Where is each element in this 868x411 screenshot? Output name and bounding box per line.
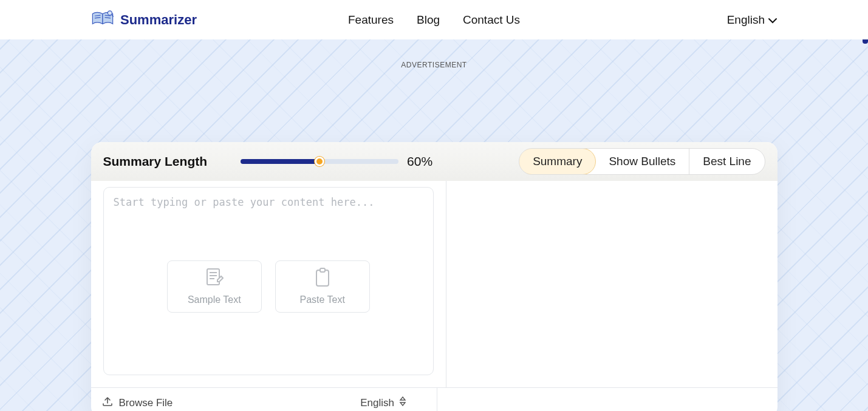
mode-tabs: Summary Show Bullets Best Line xyxy=(519,148,765,175)
sample-text-label: Sample Text xyxy=(188,294,241,305)
tab-show-bullets[interactable]: Show Bullets xyxy=(595,149,689,174)
chevron-down-icon xyxy=(768,13,777,27)
paste-text-label: Paste Text xyxy=(300,294,345,305)
brand-name: Summarizer xyxy=(120,12,197,28)
sort-icon xyxy=(399,396,406,409)
output-pane xyxy=(446,181,777,387)
slider-thumb[interactable] xyxy=(315,157,324,166)
nav-contact[interactable]: Contact Us xyxy=(463,13,520,27)
brand-book-icon xyxy=(91,10,114,30)
browse-file-label: Browse File xyxy=(119,397,173,409)
svg-rect-6 xyxy=(207,269,219,285)
svg-rect-11 xyxy=(320,268,325,272)
nav-blog[interactable]: Blog xyxy=(417,13,440,27)
summarizer-card: Summary Length 60% Summary Show Bullets … xyxy=(91,142,777,411)
language-selector-bottom[interactable]: English xyxy=(360,396,406,409)
top-navbar: Summarizer Features Blog Contact Us Engl… xyxy=(0,0,868,39)
language-selector-label: English xyxy=(727,13,765,27)
tab-summary[interactable]: Summary xyxy=(519,148,596,175)
card-controls-row: Summary Length 60% Summary Show Bullets … xyxy=(91,142,777,181)
nav-features[interactable]: Features xyxy=(348,13,394,27)
language-bottom-label: English xyxy=(360,397,394,409)
input-pane: Sample Text Paste Text xyxy=(91,181,447,387)
input-helpers: Sample Text Paste Text xyxy=(104,260,434,313)
clipboard-icon xyxy=(313,268,332,290)
language-selector-top[interactable]: English xyxy=(727,13,777,27)
browse-file-button[interactable]: Browse File xyxy=(102,396,173,410)
document-pencil-icon xyxy=(205,268,224,290)
slider-fill xyxy=(241,159,320,164)
summary-length-slider-wrap: 60% xyxy=(241,154,432,169)
summary-length-label: Summary Length xyxy=(103,154,208,169)
brand[interactable]: Summarizer xyxy=(91,10,197,30)
advertisement-label: ADVERTISEMENT xyxy=(0,61,868,69)
sample-text-button[interactable]: Sample Text xyxy=(167,260,262,313)
summary-length-value: 60% xyxy=(407,154,432,169)
summary-length-slider[interactable] xyxy=(241,159,398,164)
upload-icon xyxy=(102,396,113,410)
input-container: Sample Text Paste Text xyxy=(103,187,434,375)
workarea: Sample Text Paste Text xyxy=(91,181,777,387)
card-bottom-bar: Browse File English xyxy=(91,387,777,411)
main-nav: Features Blog Contact Us xyxy=(348,13,520,27)
paste-text-button[interactable]: Paste Text xyxy=(275,260,370,313)
tab-best-line[interactable]: Best Line xyxy=(689,149,764,174)
